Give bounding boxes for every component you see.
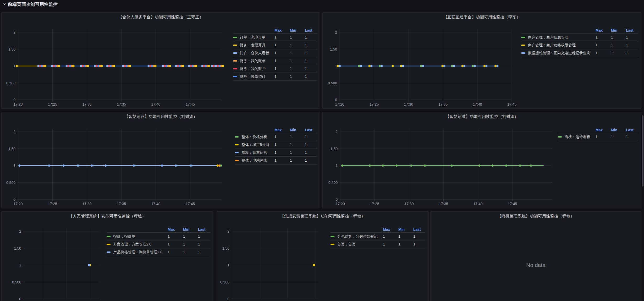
legend-header-spacer xyxy=(233,28,274,33)
panel-title[interactable]: 【商机管理系统】功能可用性监控（程敏） xyxy=(431,214,641,219)
svg-text:1.50: 1.50 xyxy=(8,47,15,51)
vertical-scrollbar[interactable] xyxy=(642,115,643,187)
legend-value-max: 1 xyxy=(383,240,398,248)
svg-text:17:30: 17:30 xyxy=(82,102,91,106)
legend-value-min: 1 xyxy=(290,133,305,141)
legend-value-max: 1 xyxy=(596,133,611,141)
svg-text:1: 1 xyxy=(227,263,229,267)
legend-series-label[interactable]: 商户管理：商户功能权限管理 xyxy=(521,41,596,49)
section-title: 前端页面功能可用性监控 xyxy=(8,1,58,7)
legend-series-label[interactable]: 财务：我的账户 xyxy=(233,65,274,73)
series-color-swatch xyxy=(233,45,237,46)
svg-text:17:35: 17:35 xyxy=(439,202,448,206)
timeseries-chart[interactable]: 17:2017:2517:3017:3517:4017:4500.50011.5… xyxy=(323,13,641,108)
timeseries-chart[interactable]: 00.50011.502 xyxy=(217,212,428,301)
legend-value-min: 1 xyxy=(290,41,305,49)
panel-legend: MaxMinLast看板：运维看板111 xyxy=(558,127,638,141)
legend-series-label[interactable]: 看板：智慧运营 xyxy=(235,149,274,156)
svg-text:17:30: 17:30 xyxy=(404,102,413,106)
legend-value-max: 1 xyxy=(274,133,290,141)
legend-value-last: 1 xyxy=(198,232,210,240)
legend-value-max: 1 xyxy=(168,232,183,240)
legend-column-header-last[interactable]: Last xyxy=(413,227,426,232)
legend-column-header-last[interactable]: Last xyxy=(305,127,317,133)
legend-value-max: 1 xyxy=(596,33,611,41)
svg-text:2: 2 xyxy=(13,30,15,34)
legend-series-label[interactable]: 财务：我的账单 xyxy=(233,57,274,65)
svg-text:17:35: 17:35 xyxy=(438,102,448,106)
legend-value-min: 1 xyxy=(611,41,626,49)
svg-text:17:20: 17:20 xyxy=(13,202,23,206)
legend-series-label[interactable]: 整体：电站列表 xyxy=(235,156,274,165)
svg-text:1: 1 xyxy=(13,163,15,168)
svg-text:17:40: 17:40 xyxy=(151,102,160,106)
panel-legend: MaxMinLast订单：充电订单111财务：发票开具111门户：合伙人看板11… xyxy=(233,28,317,81)
svg-text:1.50: 1.50 xyxy=(330,47,337,51)
legend-series-label[interactable]: 财务：发票开具 xyxy=(233,41,274,49)
legend-series-label[interactable]: 订单：充电订单 xyxy=(233,33,274,41)
svg-text:1.50: 1.50 xyxy=(8,147,15,151)
legend-series-label[interactable]: 整体：城市5张网 xyxy=(235,141,274,149)
legend-series-label[interactable]: 分包结算：分包付款登记 xyxy=(331,232,383,240)
legend-series-label[interactable]: 整体：价格分析 xyxy=(235,133,274,141)
chevron-down-icon xyxy=(3,2,6,6)
timeseries-chart[interactable]: 17:2017:2517:3017:3517:4017:4500.50011.5… xyxy=(323,112,641,208)
legend-column-header-min[interactable]: Min xyxy=(398,227,413,232)
legend-value-max: 1 xyxy=(274,149,290,156)
legend-series-label[interactable]: 财务：账单统计 xyxy=(233,73,274,81)
legend-series-label[interactable]: 产品价格管理：询价单管理2.0 xyxy=(107,248,168,256)
svg-text:0: 0 xyxy=(227,297,229,301)
svg-text:0: 0 xyxy=(19,297,21,301)
svg-text:2: 2 xyxy=(13,130,15,134)
legend-series-label[interactable]: 数据运维管理：正向充电过程记录查询 xyxy=(521,49,596,57)
legend-column-header-max[interactable]: Max xyxy=(274,127,290,133)
legend-value-min: 1 xyxy=(611,133,626,141)
timeseries-panel: 【智慧运维】功能可用性监控（刘树涛） 17:2017:2517:3017:351… xyxy=(322,112,641,208)
legend-column-header-max[interactable]: Max xyxy=(596,127,611,133)
series-color-swatch xyxy=(107,251,111,253)
legend-value-last: 1 xyxy=(305,57,317,65)
series-color-swatch xyxy=(233,52,237,54)
svg-text:17:25: 17:25 xyxy=(370,202,379,206)
legend-value-last: 1 xyxy=(305,149,317,156)
legend-column-header-last[interactable]: Last xyxy=(198,227,210,232)
legend-column-header-max[interactable]: Max xyxy=(168,227,183,232)
series-color-swatch xyxy=(558,136,562,138)
legend-series-label[interactable]: 看板：运维看板 xyxy=(558,133,596,141)
legend-value-last: 1 xyxy=(198,240,210,248)
legend-value-max: 1 xyxy=(274,41,290,49)
legend-series-label[interactable]: 商户管理：商户信息管理 xyxy=(521,33,596,41)
svg-text:0.500: 0.500 xyxy=(328,81,337,85)
legend-column-header-min[interactable]: Min xyxy=(290,28,305,33)
svg-text:17:40: 17:40 xyxy=(151,202,160,206)
legend-column-header-min[interactable]: Min xyxy=(611,127,626,133)
svg-text:17:20: 17:20 xyxy=(13,102,23,106)
svg-text:17:40: 17:40 xyxy=(473,202,482,206)
legend-column-header-min[interactable]: Min xyxy=(611,28,626,33)
svg-text:17:25: 17:25 xyxy=(370,102,379,106)
legend-value-max: 1 xyxy=(274,141,290,149)
legend-value-max: 1 xyxy=(168,240,183,248)
legend-value-last: 1 xyxy=(305,49,317,57)
legend-series-label[interactable]: 首页：首页 xyxy=(331,240,383,248)
timeseries-chart[interactable]: 00.50011.502 xyxy=(2,212,213,301)
collapsible-row-header[interactable]: 前端页面功能可用性监控 xyxy=(0,0,644,8)
legend-series-label[interactable]: 门户：合伙人看板 xyxy=(233,49,274,57)
legend-value-min: 1 xyxy=(611,33,626,41)
legend-column-header-max[interactable]: Max xyxy=(596,28,611,33)
legend-column-header-max[interactable]: Max xyxy=(274,28,290,33)
panel-legend: MaxMinLast报价：报价单111方案管理：方案管理2.0111产品价格管理… xyxy=(107,227,210,256)
legend-series-label[interactable]: 报价：报价单 xyxy=(107,232,168,240)
legend-value-min: 1 xyxy=(183,240,198,248)
dashboard-page: 前端页面功能可用性监控 【合伙人服务平台】功能可用性监控（王守正） 17:201… xyxy=(0,0,644,301)
legend-column-header-last[interactable]: Last xyxy=(626,28,638,33)
legend-column-header-min[interactable]: Min xyxy=(183,227,198,232)
legend-column-header-min[interactable]: Min xyxy=(290,127,305,133)
svg-text:0.500: 0.500 xyxy=(12,280,21,284)
legend-value-last: 1 xyxy=(626,41,638,49)
legend-value-max: 1 xyxy=(274,73,290,81)
legend-column-header-last[interactable]: Last xyxy=(305,28,317,33)
legend-column-header-last[interactable]: Last xyxy=(626,127,638,133)
legend-series-label[interactable]: 方案管理：方案管理2.0 xyxy=(107,240,168,248)
legend-column-header-max[interactable]: Max xyxy=(383,227,398,232)
